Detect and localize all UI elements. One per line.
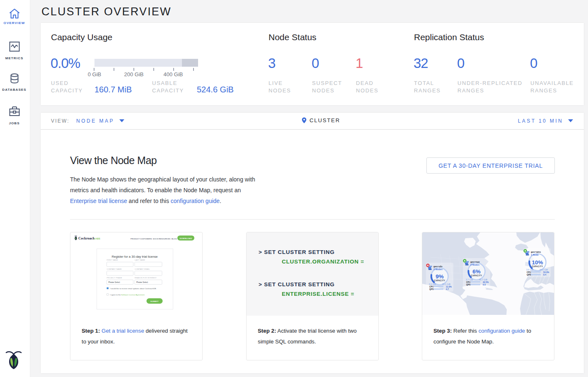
svg-text:CPU: CPU	[429, 285, 434, 288]
svg-text:10%: 10%	[532, 259, 543, 266]
svg-text:BLOG: BLOG	[172, 238, 177, 240]
svg-text:DOWNLOAD: DOWNLOAD	[180, 237, 192, 239]
svg-text:COMPANY EMAIL: COMPANY EMAIL	[135, 268, 150, 270]
svg-text:PROJECT PHASE: PROJECT PHASE	[107, 277, 122, 279]
svg-text:DOCS: DOCS	[153, 238, 158, 240]
svg-text:Please Select: Please Select	[109, 281, 121, 283]
svg-text:I would like to receive email: I would like to receive email updates ab…	[110, 288, 157, 290]
svg-text:I agree to the Software Licens: I agree to the Software License Agreemen…	[110, 294, 145, 296]
svg-text:REASON FOR INTEREST: REASON FOR INTEREST	[135, 277, 157, 279]
svg-text:0.0: 0.0	[483, 283, 486, 286]
svg-text:CPU: CPU	[527, 271, 531, 273]
svg-text:RESOURCES: RESOURCES	[159, 238, 170, 240]
svg-text:4.7: 4.7	[446, 288, 449, 290]
svg-text:QPS: QPS	[466, 283, 471, 286]
svg-text:Register for a 30-day trial li: Register for a 30-day trial license	[111, 255, 157, 259]
svg-text:FIRST NAME: FIRST NAME	[107, 259, 118, 261]
svg-text:COMPANY NAME: COMPANY NAME	[107, 268, 122, 270]
svg-text:Please Select: Please Select	[136, 281, 148, 283]
svg-text:geo=nyc: geo=nyc	[470, 261, 480, 263]
svg-text:6%: 6%	[472, 268, 481, 275]
svg-text:1 Node: 1 Node	[531, 254, 539, 256]
svg-text:geo=ams: geo=ams	[531, 251, 541, 253]
svg-text:PRODUCT: PRODUCT	[131, 238, 140, 240]
svg-text:QPS: QPS	[429, 288, 434, 290]
svg-text:SUBMIT: SUBMIT	[150, 300, 159, 302]
svg-text:CAPACITY: CAPACITY	[532, 266, 543, 268]
svg-text:CPU: CPU	[466, 281, 471, 283]
svg-text:CAPACITY: CAPACITY	[434, 280, 445, 282]
svg-text:2 Nodes: 2 Nodes	[433, 268, 443, 271]
svg-text:2 Nodes: 2 Nodes	[470, 263, 479, 266]
svg-text:53.3%: 53.3%	[543, 271, 549, 273]
svg-text:0.4: 0.4	[543, 273, 546, 276]
svg-text:CUSTOMERS: CUSTOMERS	[140, 238, 152, 240]
svg-text:QPS: QPS	[527, 273, 531, 276]
svg-text:Cockroach: Cockroach	[78, 236, 95, 240]
svg-text:9%: 9%	[436, 273, 444, 280]
svg-text:LAST NAME: LAST NAME	[135, 259, 145, 261]
svg-text:11.0%: 11.0%	[446, 285, 452, 288]
svg-text:geo=sfo: geo=sfo	[433, 265, 443, 268]
svg-text:LABS: LABS	[94, 237, 101, 240]
svg-text:CAPACITY: CAPACITY	[471, 275, 482, 277]
svg-text:42.5%: 42.5%	[483, 281, 489, 283]
